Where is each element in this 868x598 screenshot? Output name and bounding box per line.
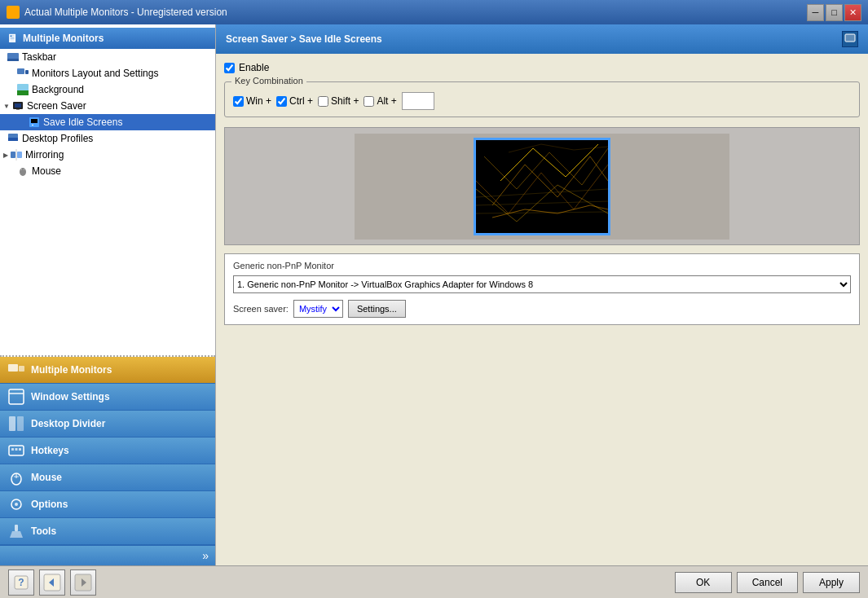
- sidebar-item-background[interactable]: Background: [0, 81, 215, 98]
- sidebar-item-mouse-label: Mouse: [32, 165, 61, 177]
- desktop-preview: [355, 134, 729, 240]
- svg-rect-21: [19, 366, 24, 372]
- desktop-icon: [7, 132, 20, 145]
- svg-rect-27: [11, 448, 14, 451]
- bottom-bar: ? OK Cancel Apply: [0, 565, 868, 598]
- mirroring-icon: [10, 148, 23, 161]
- sidebar-item-monitors[interactable]: Monitors Layout and Settings: [0, 65, 215, 81]
- sidebar-item-save-idle-label: Save Idle Screens: [43, 117, 122, 128]
- svg-rect-14: [11, 152, 15, 158]
- monitor-info: Generic non-PnP Monitor 1. Generic non-P…: [224, 253, 860, 325]
- help-button[interactable]: ?: [8, 569, 34, 596]
- svg-rect-25: [17, 416, 24, 431]
- svg-rect-37: [845, 34, 855, 42]
- key-value-input[interactable]: S: [402, 92, 434, 110]
- monitor-screen: [474, 138, 610, 235]
- win-label: Win +: [246, 95, 271, 107]
- nav-multiple-monitors[interactable]: Multiple Monitors: [0, 357, 215, 384]
- sidebar-item-mirroring[interactable]: ▶ Mirroring: [0, 147, 215, 163]
- svg-rect-1: [7, 59, 19, 61]
- svg-rect-22: [9, 389, 24, 404]
- maximize-button[interactable]: □: [826, 4, 843, 21]
- sidebar-item-mouse[interactable]: Mouse: [0, 163, 215, 179]
- sidebar: 🖥 Multiple Monitors Taskbar Monitors Lay…: [0, 24, 216, 565]
- ctrl-key-item: Ctrl +: [276, 95, 313, 107]
- alt-checkbox[interactable]: [364, 96, 374, 107]
- ok-button[interactable]: OK: [675, 572, 732, 593]
- sidebar-item-background-label: Background: [32, 84, 84, 95]
- sidebar-tree: 🖥 Multiple Monitors Taskbar Monitors Lay…: [0, 24, 215, 355]
- key-combination-label: Key Combination: [231, 76, 306, 86]
- ctrl-label: Ctrl +: [289, 95, 313, 107]
- shift-label: Shift +: [331, 95, 359, 107]
- svg-rect-20: [8, 364, 18, 372]
- svg-rect-3: [25, 70, 29, 74]
- svg-rect-10: [31, 119, 37, 123]
- enable-label[interactable]: Enable: [239, 62, 269, 73]
- svg-rect-8: [16, 109, 20, 110]
- key-row: Win + Ctrl + Shift + Alt + S: [233, 92, 851, 110]
- nav-options[interactable]: Options: [0, 491, 215, 518]
- nav-mouse[interactable]: Mouse: [0, 464, 215, 491]
- minimize-button[interactable]: ─: [807, 4, 824, 21]
- alt-label: Alt +: [377, 95, 396, 107]
- svg-point-34: [15, 503, 18, 506]
- screen-saver-label: Screen saver:: [233, 304, 289, 314]
- svg-rect-7: [15, 103, 21, 108]
- shift-checkbox[interactable]: [318, 96, 328, 107]
- key-combination-group: Key Combination Win + Ctrl + Shift +: [224, 81, 860, 117]
- sidebar-item-monitors-label: Monitors Layout and Settings: [32, 68, 158, 79]
- monitor-preview: [224, 127, 860, 245]
- taskbar-icon: [7, 51, 20, 64]
- svg-text:?: ?: [18, 577, 24, 588]
- sidebar-item-screensaver[interactable]: ▼ Screen Saver: [0, 98, 215, 114]
- forward-button[interactable]: [70, 569, 96, 596]
- nav-window-settings[interactable]: Window Settings: [0, 384, 215, 411]
- sidebar-item-save-idle[interactable]: Save Idle Screens: [0, 114, 215, 130]
- sidebar-item-taskbar[interactable]: Taskbar: [0, 49, 215, 65]
- sidebar-item-screensaver-label: Screen Saver: [27, 100, 86, 112]
- more-arrow-icon: »: [202, 549, 209, 562]
- bottom-right-actions: OK Cancel Apply: [675, 572, 860, 593]
- save-idle-icon: [28, 116, 41, 129]
- content-breadcrumb: Screen Saver > Save Idle Screens: [226, 33, 382, 45]
- monitor-label: Generic non-PnP Monitor: [233, 261, 851, 270]
- sidebar-item-taskbar-label: Taskbar: [22, 51, 56, 63]
- screensaver-icon: [11, 99, 24, 112]
- window-title: Actual Multiple Monitors - Unregistered …: [24, 7, 227, 18]
- enable-checkbox[interactable]: [224, 63, 235, 73]
- ctrl-checkbox[interactable]: [276, 96, 287, 107]
- nav-hotkeys[interactable]: Hotkeys: [0, 438, 215, 464]
- win-checkbox[interactable]: [233, 96, 244, 107]
- cancel-button[interactable]: Cancel: [737, 572, 798, 593]
- close-button[interactable]: ✕: [844, 4, 861, 21]
- sidebar-item-mirroring-label: Mirroring: [25, 149, 64, 160]
- bottom-left-actions: ?: [8, 569, 96, 596]
- main-layout: 🖥 Multiple Monitors Taskbar Monitors Lay…: [0, 24, 868, 565]
- nav-tools[interactable]: Tools: [0, 518, 215, 545]
- sidebar-nav: Multiple Monitors Window Settings Deskto…: [0, 355, 215, 565]
- sidebar-more[interactable]: »: [0, 545, 215, 565]
- settings-button[interactable]: Settings...: [348, 300, 406, 318]
- nav-desktop-divider[interactable]: Desktop Divider: [0, 411, 215, 438]
- sidebar-item-desktop[interactable]: Desktop Profiles: [0, 130, 215, 147]
- content-header: Screen Saver > Save Idle Screens: [216, 24, 868, 54]
- svg-rect-23: [9, 393, 24, 394]
- screen-saver-select[interactable]: Mystify: [293, 300, 343, 318]
- monitor-select[interactable]: 1. Generic non-PnP Monitor -> VirtualBox…: [233, 275, 851, 293]
- svg-rect-28: [15, 448, 18, 451]
- back-button[interactable]: [39, 569, 65, 596]
- shift-key-item: Shift +: [318, 95, 359, 107]
- background-icon: [16, 83, 29, 96]
- header-icon: [842, 31, 858, 47]
- svg-rect-35: [15, 525, 18, 531]
- svg-rect-11: [32, 125, 33, 125]
- alt-key-item: Alt +: [364, 95, 396, 107]
- mouse-icon: [16, 165, 29, 178]
- sidebar-item-desktop-label: Desktop Profiles: [22, 133, 93, 144]
- content-body: Enable Key Combination Win + Ctrl +: [216, 54, 868, 565]
- screen-saver-row: Screen saver: Mystify Settings...: [233, 300, 851, 318]
- sidebar-header: 🖥 Multiple Monitors: [0, 28, 215, 49]
- apply-button[interactable]: Apply: [803, 572, 860, 593]
- win-key-item: Win +: [233, 95, 271, 107]
